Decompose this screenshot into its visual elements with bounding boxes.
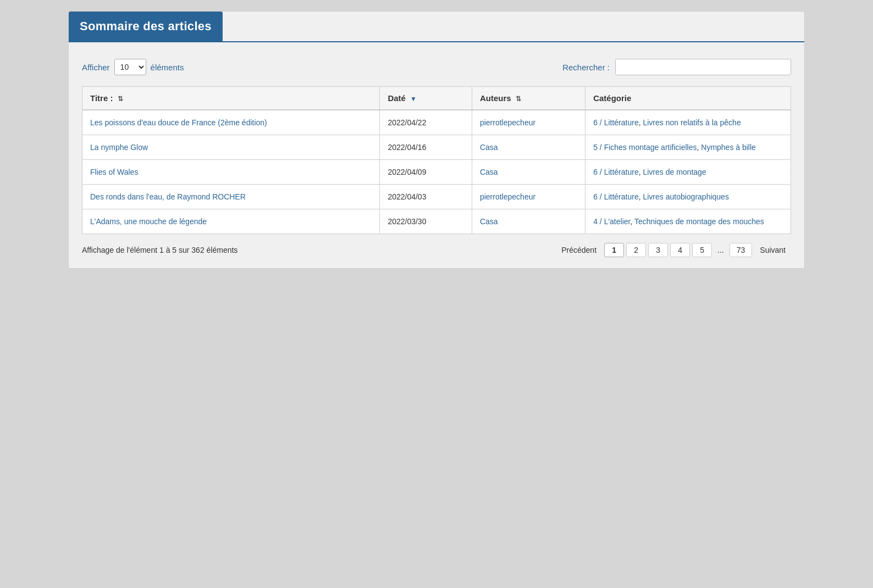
table-row: Des ronds dans l'eau, de Raymond ROCHER2… <box>82 185 791 209</box>
pagination-prev-button[interactable]: Précédent <box>556 243 602 257</box>
cell-titre-2: Flies of Wales <box>82 160 380 185</box>
pagination-page-1[interactable]: 1 <box>604 243 624 257</box>
elements-label: éléments <box>151 63 184 72</box>
cell-date-3: 2022/04/03 <box>380 185 472 209</box>
cell-date-2: 2022/04/09 <box>380 160 472 185</box>
link-categorie-3-0[interactable]: 6 / Littérature <box>593 192 639 201</box>
pagination-page-4[interactable]: 4 <box>670 243 690 257</box>
link-auteur-3[interactable]: pierrotlepecheur <box>480 192 535 201</box>
cell-auteurs-1: Casa <box>472 135 585 160</box>
link-categorie-0-1[interactable]: Livres non relatifs à la pêche <box>643 118 741 127</box>
link-auteur-1[interactable]: Casa <box>480 143 498 152</box>
pagination-controls: Précédent 1 2 3 4 5 ... 73 Suivant <box>556 243 791 257</box>
cell-date-4: 2022/03/30 <box>380 209 472 234</box>
link-titre-0[interactable]: Les poissons d'eau douce de France (2ème… <box>90 118 267 127</box>
link-categorie-3-1[interactable]: Livres autobiographiques <box>643 192 728 201</box>
cell-auteurs-4: Casa <box>472 209 585 234</box>
cell-date-1: 2022/04/16 <box>380 135 472 160</box>
cell-auteurs-2: Casa <box>472 160 585 185</box>
link-titre-3[interactable]: Des ronds dans l'eau, de Raymond ROCHER <box>90 192 246 201</box>
cell-categorie-4: 4 / L'atelier, Techniques de montage des… <box>585 209 791 234</box>
controls-bar: Afficher 10 25 50 100 éléments Recherche… <box>69 53 804 86</box>
col-auteurs-sort-icon: ⇅ <box>516 95 521 103</box>
cell-categorie-0: 6 / Littérature, Livres non relatifs à l… <box>585 110 791 135</box>
controls-right: Rechercher : <box>562 59 791 75</box>
table-row: Les poissons d'eau douce de France (2ème… <box>82 110 791 135</box>
link-auteur-4[interactable]: Casa <box>480 217 498 226</box>
pagination-next-button[interactable]: Suivant <box>754 243 791 257</box>
col-date-label: Daté <box>388 93 406 103</box>
col-categorie-label: Catégorie <box>593 93 631 103</box>
pagination-info: Affichage de l'élément 1 à 5 sur 362 élé… <box>82 246 237 254</box>
show-entries-select[interactable]: 10 25 50 100 <box>114 59 146 75</box>
col-auteurs-label: Auteurs <box>480 93 511 103</box>
pagination-page-2[interactable]: 2 <box>626 243 646 257</box>
table-row: Flies of Wales2022/04/09Casa6 / Littérat… <box>82 160 791 185</box>
table-row: La nymphe Glow2022/04/16Casa5 / Fiches m… <box>82 135 791 160</box>
pagination-page-3[interactable]: 3 <box>648 243 668 257</box>
link-categorie-1-1[interactable]: Nymphes à bille <box>701 143 756 152</box>
card-header: Sommaire des articles <box>69 12 223 41</box>
cell-auteurs-0: pierrotlepecheur <box>472 110 585 135</box>
cell-categorie-2: 6 / Littérature, Livres de montage <box>585 160 791 185</box>
pagination-ellipsis: ... <box>714 243 727 257</box>
search-input[interactable] <box>615 59 791 75</box>
cell-auteurs-3: pierrotlepecheur <box>472 185 585 209</box>
col-categorie: Catégorie <box>585 87 791 110</box>
pagination-row: Affichage de l'élément 1 à 5 sur 362 élé… <box>69 234 804 257</box>
rechercher-label: Rechercher : <box>562 63 610 72</box>
link-auteur-0[interactable]: pierrotlepecheur <box>480 118 535 127</box>
col-date[interactable]: Daté ▼ <box>380 87 472 110</box>
col-titre-label: Titre : <box>90 93 113 103</box>
pagination-last-page[interactable]: 73 <box>730 243 753 257</box>
link-categorie-0-0[interactable]: 6 / Littérature <box>593 118 639 127</box>
articles-table: Titre : ⇅ Daté ▼ Auteurs ⇅ Catégorie <box>82 86 791 234</box>
main-card: Sommaire des articles Afficher 10 25 50 … <box>68 11 805 269</box>
cell-titre-0: Les poissons d'eau douce de France (2ème… <box>82 110 380 135</box>
col-auteurs[interactable]: Auteurs ⇅ <box>472 87 585 110</box>
link-categorie-4-1[interactable]: Techniques de montage des mouches <box>634 217 764 226</box>
table-container: Titre : ⇅ Daté ▼ Auteurs ⇅ Catégorie <box>69 86 804 234</box>
col-date-sort-icon: ▼ <box>410 95 417 103</box>
controls-left: Afficher 10 25 50 100 éléments <box>82 59 184 75</box>
link-titre-2[interactable]: Flies of Wales <box>90 168 138 176</box>
link-titre-4[interactable]: L'Adams, une mouche de légende <box>90 217 207 226</box>
pagination-page-5[interactable]: 5 <box>692 243 712 257</box>
header-divider <box>69 41 804 42</box>
cell-categorie-3: 6 / Littérature, Livres autobiographique… <box>585 185 791 209</box>
cell-titre-4: L'Adams, une mouche de légende <box>82 209 380 234</box>
col-titre-sort-icon: ⇅ <box>118 95 123 103</box>
link-categorie-4-0[interactable]: 4 / L'atelier <box>593 217 630 226</box>
link-categorie-2-1[interactable]: Livres de montage <box>643 168 706 176</box>
col-titre[interactable]: Titre : ⇅ <box>82 87 380 110</box>
cell-date-0: 2022/04/22 <box>380 110 472 135</box>
cell-categorie-1: 5 / Fiches montage artificielles, Nymphe… <box>585 135 791 160</box>
link-auteur-2[interactable]: Casa <box>480 168 498 176</box>
afficher-label: Afficher <box>82 63 110 72</box>
cell-titre-3: Des ronds dans l'eau, de Raymond ROCHER <box>82 185 380 209</box>
link-titre-1[interactable]: La nymphe Glow <box>90 143 148 152</box>
link-categorie-2-0[interactable]: 6 / Littérature <box>593 168 639 176</box>
cell-titre-1: La nymphe Glow <box>82 135 380 160</box>
table-header-row: Titre : ⇅ Daté ▼ Auteurs ⇅ Catégorie <box>82 87 791 110</box>
page-title: Sommaire des articles <box>80 19 212 34</box>
table-row: L'Adams, une mouche de légende2022/03/30… <box>82 209 791 234</box>
link-categorie-1-0[interactable]: 5 / Fiches montage artificielles <box>593 143 697 152</box>
